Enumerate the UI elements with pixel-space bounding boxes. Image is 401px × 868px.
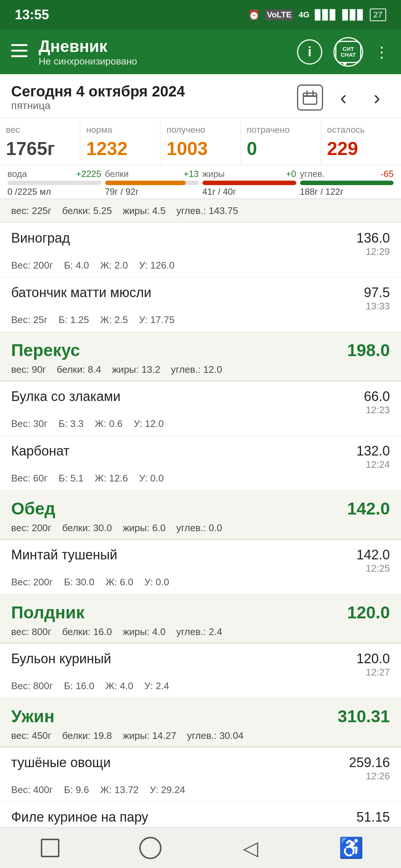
signal-icon: ▊▊▊: [315, 9, 337, 21]
nutrient-water-label: вода: [7, 169, 27, 179]
date-sub: пятница: [11, 100, 297, 112]
food-file-name: Филе куриное на пару: [11, 809, 148, 825]
meal-header-obed[interactable]: Обед 142.0: [0, 490, 401, 522]
stat-left-label: осталось: [327, 125, 395, 135]
food-vinograd-protein: Б: 4.0: [64, 260, 89, 271]
menu-button[interactable]: [11, 43, 27, 61]
calendar-button[interactable]: [297, 85, 323, 111]
meal-obed-details-text: вес: 200г белки: 30.0 жиры: 6.0 углев.: …: [11, 522, 222, 533]
food-bulyon-fat: Ж: 4.0: [105, 680, 133, 692]
signal2-icon: ▊▊▊: [342, 9, 365, 21]
food-bulka-fat: Ж: 0.6: [95, 418, 123, 430]
food-item-baton[interactable]: батончик матти мюсли 97.5 13:33 Вес: 25г…: [0, 277, 401, 332]
food-bulyon-weight: Вес: 800г: [11, 680, 53, 692]
square-icon: [41, 839, 59, 857]
nutrient-fat-label: жиры: [202, 169, 225, 179]
stat-left: осталось 229: [321, 118, 401, 165]
food-item-vinograd[interactable]: Виноград 136.0 12:29 Вес: 200г Б: 4.0 Ж:…: [0, 223, 401, 277]
food-karbonat-cal: 132.0: [356, 443, 390, 459]
status-bar: 13:55 ⏰ VoLTE 4G ▊▊▊ ▊▊▊ 27: [0, 0, 401, 30]
food-bulka-cal-time: 66.0 12:23: [364, 389, 390, 416]
nutrient-fat-bar-fill: [202, 181, 296, 185]
back-icon: ◁: [243, 838, 258, 858]
stat-left-value: 229: [327, 138, 395, 160]
nutrient-fat-values: 41г / 40г: [202, 187, 296, 197]
stat-weight: вес 1765г: [0, 118, 80, 165]
toolbar-title-block: Дневник Не синхронизировано: [39, 37, 286, 67]
nutrient-carb-bar-fill: [300, 181, 394, 185]
meal-obed-name: Обед: [11, 499, 55, 519]
stats-section: вес 1765г норма 1232 получено 1003 потра…: [0, 118, 401, 165]
food-mintay-row1: Минтай тушеный 142.0 12:25: [11, 547, 390, 574]
next-date-button[interactable]: ›: [364, 85, 390, 111]
chat-line1: СИТ: [343, 46, 354, 52]
nutrient-protein-bar-fill: [105, 181, 186, 185]
food-vinograd-name: Виноград: [11, 230, 70, 246]
food-karbonat-weight: Вес: 60г: [11, 473, 48, 484]
food-bulyon-name: Бульон куриный: [11, 651, 111, 667]
stat-norm-value: 1232: [86, 138, 154, 160]
food-baton-details: Вес: 25г Б: 1.25 Ж: 2.5 У: 17.75: [11, 314, 390, 326]
meal-poldnik-cal: 120.0: [347, 602, 390, 622]
nav-back-button[interactable]: ◁: [236, 833, 265, 863]
food-item-bulyon[interactable]: Бульон куриный 120.0 12:27 Вес: 800г Б: …: [0, 644, 401, 698]
meal-poldnik-details: вес: 800г белки: 16.0 жиры: 4.0 углев.: …: [0, 625, 401, 644]
food-bulyon-cal-time: 120.0 12:27: [356, 651, 390, 678]
nutrient-protein-label: белки: [105, 169, 129, 179]
food-bulyon-cal: 120.0: [356, 651, 390, 667]
chat-line2: CHAT: [341, 52, 356, 58]
date-main: Сегодня 4 октября 2024: [11, 83, 297, 100]
toolbar: Дневник Не синхронизировано i СИТ CHAT ⋮: [0, 30, 401, 74]
nav-home-button[interactable]: [136, 833, 165, 863]
nutrients-row: вода +2225 0 /2225 мл белки +13 79г / 92…: [0, 165, 401, 198]
info-button[interactable]: i: [297, 39, 322, 65]
nav-square-button[interactable]: [35, 833, 65, 863]
chat-button[interactable]: СИТ CHAT: [333, 37, 363, 67]
food-item-tushveg[interactable]: тушёные овощи 259.16 12:26 Вес: 400г Б: …: [0, 747, 401, 802]
food-bulyon-row1: Бульон куриный 120.0 12:27: [11, 651, 390, 678]
food-bulka-row1: Булка со злаками 66.0 12:23: [11, 389, 390, 416]
stat-spent: потрачено 0: [241, 118, 321, 165]
food-tushveg-details: Вес: 400г Б: 9.6 Ж: 13.72 У: 29.24: [11, 784, 390, 796]
nutrient-fat-bar-bg: [202, 181, 296, 185]
alarm-icon: ⏰: [248, 9, 260, 21]
meal-perekus-cal: 198.0: [347, 340, 390, 360]
meal-header-poldnik[interactable]: Полдник 120.0: [0, 594, 401, 625]
food-baton-cal: 97.5: [364, 285, 390, 300]
meal-header-uzhin[interactable]: Ужин 310.31: [0, 698, 401, 729]
nutrient-fat: жиры +0 41г / 40г: [202, 169, 296, 197]
food-tushveg-carb: У: 29.24: [150, 784, 185, 796]
stat-received: получено 1003: [160, 118, 241, 165]
food-vinograd-cal-time: 136.0 12:29: [356, 230, 390, 257]
food-baton-row1: батончик матти мюсли 97.5 13:33: [11, 285, 390, 312]
info-icon: i: [308, 44, 312, 60]
prev-date-button[interactable]: ‹: [330, 85, 356, 111]
food-bulyon-protein: Б: 16.0: [64, 680, 94, 692]
more-options-button[interactable]: ⋮: [374, 43, 390, 60]
food-karbonat-details: Вес: 60г Б: 5.1 Ж: 12.6 У: 0.0: [11, 473, 390, 484]
food-vinograd-carb: У: 126.0: [139, 260, 174, 271]
food-item-bulka[interactable]: Булка со злаками 66.0 12:23 Вес: 30г Б: …: [0, 381, 401, 436]
food-mintay-cal-time: 142.0 12:25: [356, 547, 390, 574]
meal-uzhin-details: вес: 450г белки: 19.8 жиры: 14.27 углев.…: [0, 729, 401, 747]
nutrients-section: вода +2225 0 /2225 мл белки +13 79г / 92…: [0, 165, 401, 199]
nutrient-water: вода +2225 0 /2225 мл: [7, 169, 101, 197]
nutrient-carb-delta: -65: [381, 169, 394, 179]
nutrient-carb-header: углев. -65: [300, 169, 394, 179]
nav-accessibility-button[interactable]: ♿: [336, 833, 366, 863]
stat-norm-label: норма: [86, 125, 154, 135]
food-mintay-name: Минтай тушеный: [11, 547, 117, 563]
svg-rect-2: [11, 55, 27, 57]
stat-received-value: 1003: [166, 138, 234, 160]
nutrient-protein: белки +13 79г / 92г: [105, 169, 199, 197]
nutrient-carb-values: 188г / 122г: [300, 187, 394, 197]
network-4g-icon: 4G: [299, 10, 309, 20]
food-bulka-protein: Б: 3.3: [59, 418, 84, 430]
meal-header-perekus[interactable]: Перекус 198.0: [0, 332, 401, 363]
food-item-mintay[interactable]: Минтай тушеный 142.0 12:25 Вес: 200г Б: …: [0, 540, 401, 594]
svg-rect-3: [303, 93, 317, 104]
status-time: 13:55: [15, 7, 49, 23]
food-item-karbonat[interactable]: Карбонат 132.0 12:24 Вес: 60г Б: 5.1 Ж: …: [0, 436, 401, 490]
breakfast-summary: вес: 225г белки: 5.25 жиры: 4.5 углев.: …: [0, 199, 401, 223]
food-tushveg-name: тушёные овощи: [11, 755, 111, 770]
